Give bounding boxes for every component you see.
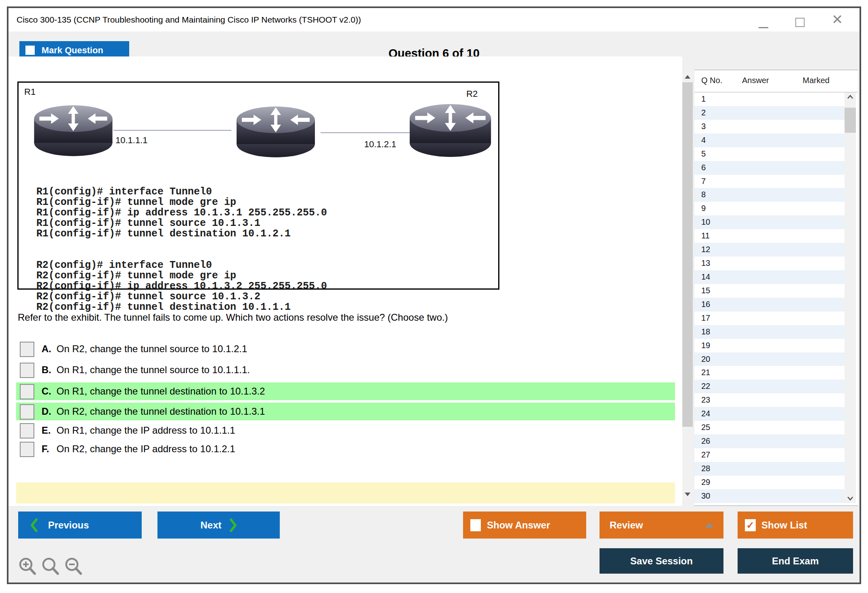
- exhibit-box: R1 R2 10.1.1.1 10.1.2.1 R1(config)# inte…: [17, 81, 499, 290]
- question-list-row[interactable]: 26: [694, 434, 845, 448]
- list-scrollbar[interactable]: [845, 92, 856, 503]
- question-list-row[interactable]: 10: [694, 215, 845, 229]
- titlebar: Cisco 300-135 (CCNP Troubleshooting and …: [8, 8, 860, 31]
- show-answer-label: Show Answer: [487, 520, 550, 531]
- question-list-row[interactable]: 29: [694, 476, 845, 489]
- answer-option[interactable]: C. On R1, change the tunnel destination …: [16, 382, 675, 400]
- chevron-right-icon: [230, 518, 237, 532]
- zoom-out-icon[interactable]: [64, 557, 83, 578]
- question-list-row[interactable]: 21: [694, 366, 845, 380]
- config-line: R1(config)# interface Tunnel0: [36, 187, 327, 197]
- option-text: On R2, change the tunnel destination to …: [57, 406, 265, 417]
- scroll-down-icon[interactable]: [685, 493, 690, 496]
- question-list-row[interactable]: 7: [694, 175, 845, 188]
- option-text: On R2, change the IP address to 10.1.2.1: [57, 443, 235, 455]
- column-header-answer: Answer: [742, 76, 769, 85]
- router-icon-r1: [29, 104, 117, 157]
- show-list-button[interactable]: ✓ Show List: [738, 512, 853, 539]
- review-button[interactable]: Review: [600, 512, 723, 539]
- scrollbar-thumb[interactable]: [845, 108, 856, 133]
- question-list-row[interactable]: 5: [694, 147, 845, 161]
- option-checkbox[interactable]: [20, 423, 34, 438]
- end-exam-button[interactable]: End Exam: [738, 548, 853, 574]
- column-header-qno: Q No.: [701, 76, 722, 85]
- option-checkbox[interactable]: [20, 363, 34, 378]
- question-list-row[interactable]: 19: [694, 339, 845, 353]
- answer-option[interactable]: B. On R1, change the tunnel source to 10…: [16, 361, 675, 379]
- save-session-button[interactable]: Save Session: [600, 548, 723, 574]
- zoom-in-icon[interactable]: [18, 557, 37, 578]
- config-line: R1(config-if)# ip address 10.1.3.1 255.2…: [36, 208, 327, 218]
- question-list-row[interactable]: 1: [694, 92, 845, 106]
- router-icon-middle: [228, 105, 324, 159]
- question-list-row[interactable]: 23: [694, 393, 845, 407]
- question-list-row[interactable]: 2: [694, 106, 845, 120]
- app-window: Cisco 300-135 (CCNP Troubleshooting and …: [7, 6, 861, 584]
- question-list-row[interactable]: 8: [694, 188, 845, 202]
- question-list-row[interactable]: 15: [694, 284, 845, 298]
- chevron-left-icon: [30, 518, 38, 532]
- question-panel: R1 R2 10.1.1.1 10.1.2.1 R1(config)# inte…: [8, 56, 682, 506]
- scrollbar-thumb[interactable]: [682, 82, 693, 427]
- option-text: On R2, change the tunnel source to 10.1.…: [57, 343, 247, 355]
- show-list-checkbox[interactable]: ✓: [745, 519, 756, 531]
- option-checkbox[interactable]: [20, 404, 34, 420]
- show-answer-button[interactable]: Show Answer: [463, 512, 586, 539]
- question-list-row[interactable]: 25: [694, 421, 845, 434]
- answer-option[interactable]: A. On R2, change the tunnel source to 10…: [16, 340, 675, 358]
- router-icon-r2: [407, 103, 494, 158]
- option-checkbox[interactable]: [20, 442, 34, 457]
- question-list-row[interactable]: 14: [694, 270, 845, 284]
- minimize-icon[interactable]: [759, 27, 768, 28]
- question-list-row[interactable]: 11: [694, 229, 845, 243]
- question-list-row[interactable]: 24: [694, 407, 845, 421]
- option-checkbox[interactable]: [20, 384, 34, 399]
- question-list-row[interactable]: 22: [694, 380, 845, 393]
- question-list-row[interactable]: 13: [694, 257, 845, 270]
- question-list-row[interactable]: 17: [694, 311, 845, 325]
- question-list-row[interactable]: 6: [694, 161, 845, 175]
- router-r1-label: R1: [24, 87, 36, 97]
- answer-option[interactable]: E. On R1, change the IP address to 10.1.…: [16, 422, 675, 439]
- option-letter: D.: [42, 406, 51, 417]
- question-list-row[interactable]: 4: [694, 134, 845, 147]
- r2-config-block: R2(config)# interface Tunnel0R2(config-i…: [36, 229, 327, 313]
- config-line: R2(config-if)# tunnel source 10.1.3.2: [36, 292, 327, 302]
- question-rows: 1234567891011121314151617181920212223242…: [694, 92, 845, 503]
- question-text: Refer to the exhibit. The tunnel fails t…: [18, 312, 448, 323]
- question-list-row[interactable]: 20: [694, 353, 845, 366]
- option-text: On R1, change the tunnel destination to …: [57, 386, 265, 397]
- question-list-row[interactable]: 9: [694, 202, 845, 215]
- maximize-icon[interactable]: [795, 18, 805, 27]
- config-line: R2(config-if)# tunnel destination 10.1.1…: [36, 302, 327, 313]
- config-line: R1(config-if)# tunnel mode gre ip: [36, 197, 327, 208]
- config-line: R2(config-if)# ip address 10.1.3.2 255.2…: [36, 281, 327, 292]
- question-list-row[interactable]: 12: [694, 243, 845, 257]
- close-icon[interactable]: ✕: [827, 8, 847, 31]
- previous-button[interactable]: Previous: [18, 512, 142, 539]
- option-letter: F.: [42, 443, 49, 455]
- scroll-down-icon[interactable]: [847, 496, 853, 501]
- config-line: R2(config-if)# tunnel mode gre ip: [36, 271, 327, 281]
- question-list-row[interactable]: 28: [694, 462, 845, 476]
- question-list-row[interactable]: 18: [694, 325, 845, 339]
- zoom-reset-icon[interactable]: [41, 557, 60, 578]
- next-button[interactable]: Next: [157, 512, 280, 539]
- scroll-up-icon[interactable]: [685, 75, 690, 79]
- option-letter: C.: [42, 386, 51, 397]
- show-answer-checkbox[interactable]: [470, 519, 481, 531]
- question-list-row[interactable]: 3: [694, 120, 845, 134]
- question-list-row[interactable]: 16: [694, 298, 845, 311]
- previous-label: Previous: [48, 520, 89, 531]
- scroll-up-icon[interactable]: [847, 95, 853, 99]
- question-list-row[interactable]: 30: [694, 489, 845, 503]
- answer-option[interactable]: F. On R2, change the IP address to 10.1.…: [16, 440, 675, 458]
- main-scrollbar[interactable]: [682, 72, 693, 499]
- r1-config-block: R1(config)# interface Tunnel0R1(config-i…: [36, 155, 327, 239]
- router-r2-label: R2: [466, 89, 478, 99]
- network-link: [113, 130, 231, 131]
- window-title: Cisco 300-135 (CCNP Troubleshooting and …: [17, 8, 361, 31]
- option-checkbox[interactable]: [20, 342, 34, 357]
- question-list-row[interactable]: 27: [694, 448, 845, 462]
- answer-option[interactable]: D. On R2, change the tunnel destination …: [16, 403, 675, 420]
